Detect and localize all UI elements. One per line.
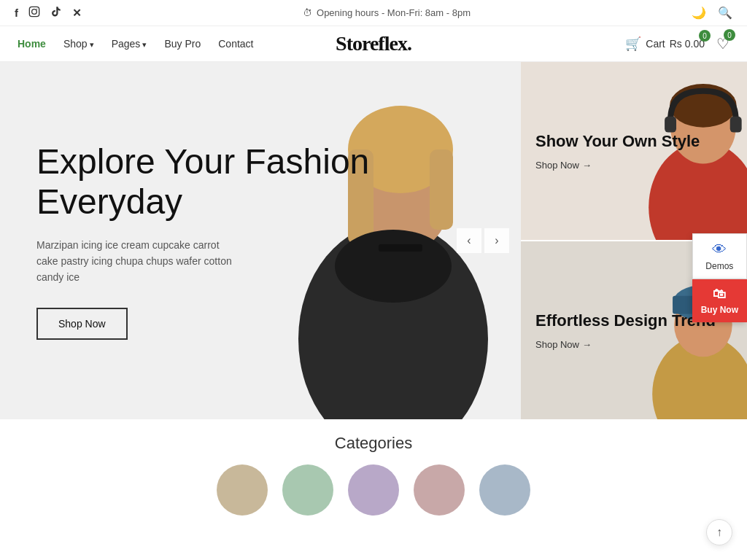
category-circle-5 (479, 464, 530, 516)
categories-title: Categories (18, 434, 729, 453)
top-bar: f ✕ ⏱ Opening hours - Mon-Fri: 8am - 8pm… (0, 0, 747, 26)
demos-button[interactable]: 👁 Demos (692, 233, 747, 279)
hero-content: Explore Your Fashion Everyday Marzipan i… (0, 112, 521, 369)
categories-section: Categories (0, 419, 747, 523)
banner1-link[interactable]: Shop Now (535, 160, 732, 171)
category-item[interactable] (282, 464, 333, 516)
dark-mode-icon[interactable]: 🌙 (692, 6, 706, 20)
float-buttons: 👁 Demos 🛍 Buy Now (692, 233, 747, 322)
svg-rect-14 (730, 117, 742, 133)
bag-icon: 🛍 (713, 287, 726, 302)
scroll-top-button[interactable]: ↑ (706, 519, 732, 545)
wishlist-badge: 0 (724, 29, 735, 41)
top-actions: 🌙 🔍 (692, 6, 732, 20)
buy-now-button[interactable]: 🛍 Buy Now (692, 279, 747, 322)
x-twitter-icon[interactable]: ✕ (72, 7, 82, 20)
category-item[interactable] (414, 464, 465, 516)
nav-right: 🛒 0 Cart Rs 0.00 ♡ 0 (625, 35, 729, 52)
hours-text: Opening hours - Mon-Fri: 8am - 8pm (317, 7, 471, 18)
hero-title: Explore Your Fashion Everyday (36, 141, 484, 222)
categories-row (18, 464, 729, 516)
wishlist-button[interactable]: ♡ 0 (716, 35, 729, 52)
shop-now-button[interactable]: Shop Now (36, 308, 128, 340)
scroll-top-icon: ↑ (716, 526, 722, 539)
eye-icon: 👁 (712, 241, 727, 258)
nav-links: Home Shop Pages Buy Pro Contact (18, 38, 254, 50)
facebook-icon[interactable]: f (15, 7, 18, 19)
carousel-arrows: ‹ › (457, 228, 509, 253)
demos-label: Demos (705, 261, 733, 271)
nav-buy-pro[interactable]: Buy Pro (164, 38, 201, 50)
category-circle-4 (414, 464, 465, 516)
social-links: f ✕ (15, 6, 82, 20)
hero-section: Explore Your Fashion Everyday Marzipan i… (0, 62, 747, 419)
banner2-link[interactable]: Shop Now (535, 339, 732, 350)
prev-arrow[interactable]: ‹ (457, 228, 481, 253)
svg-point-1 (32, 9, 37, 15)
navbar: Home Shop Pages Buy Pro Contact Storefle… (0, 26, 747, 62)
search-icon[interactable]: 🔍 (718, 6, 732, 20)
nav-pages[interactable]: Pages (112, 38, 147, 50)
svg-rect-13 (665, 117, 676, 133)
opening-hours: ⏱ Opening hours - Mon-Fri: 8am - 8pm (303, 7, 471, 18)
hero-desc: Marzipan icing ice cream cupcake carrot … (36, 237, 241, 286)
category-circle-2 (282, 464, 333, 516)
cart-label: Cart (646, 38, 665, 50)
cart-price: Rs 0.00 (670, 38, 705, 50)
category-circle-1 (217, 464, 268, 516)
category-item[interactable] (217, 464, 268, 516)
instagram-icon[interactable] (28, 6, 40, 20)
next-arrow[interactable]: › (484, 228, 509, 253)
banner1-title: Show Your Own Style (535, 131, 732, 152)
nav-shop[interactable]: Shop (63, 38, 94, 50)
svg-point-2 (36, 9, 37, 9)
cart-button[interactable]: 🛒 0 Cart Rs 0.00 (625, 36, 705, 52)
category-item[interactable] (348, 464, 399, 516)
side-banner-1: Show Your Own Style Shop Now (521, 62, 747, 241)
clock-icon: ⏱ (303, 7, 312, 18)
buy-now-label: Buy Now (701, 305, 738, 315)
svg-rect-0 (29, 7, 39, 16)
nav-contact[interactable]: Contact (218, 38, 253, 50)
nav-home[interactable]: Home (18, 38, 46, 50)
hero-main: Explore Your Fashion Everyday Marzipan i… (0, 62, 521, 419)
tiktok-icon[interactable] (50, 6, 62, 20)
cart-badge: 0 (699, 30, 711, 42)
cart-icon: 🛒 (625, 36, 641, 52)
category-item[interactable] (479, 464, 530, 516)
site-logo[interactable]: Storeflex. (336, 32, 411, 55)
category-circle-3 (348, 464, 399, 516)
